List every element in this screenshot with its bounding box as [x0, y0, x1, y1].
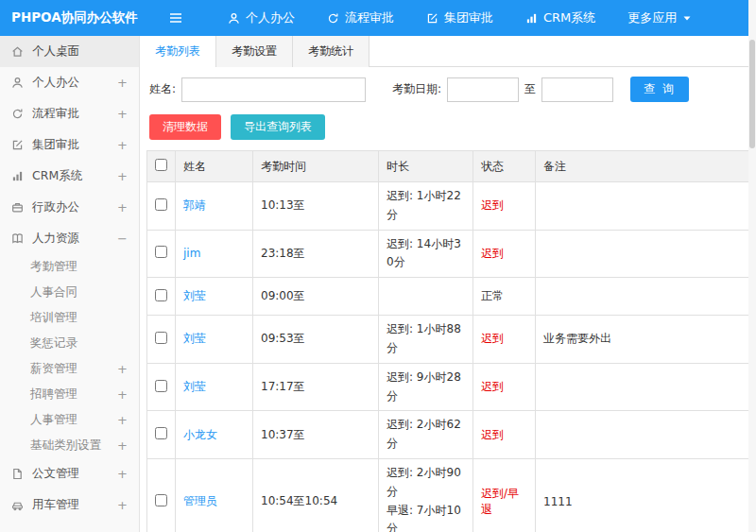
doc-icon: [11, 468, 24, 480]
search-button[interactable]: 查 询: [630, 77, 689, 102]
sidebar-item-label: 用车管理: [32, 497, 79, 513]
status-cell: 正常: [473, 278, 536, 316]
note-cell: [536, 363, 756, 411]
topbar-nav-item-1[interactable]: 流程审批: [311, 0, 410, 36]
topbar-nav-item-2[interactable]: 集团审批: [410, 0, 509, 36]
row-checkbox[interactable]: [155, 198, 167, 211]
sidebar-item-2[interactable]: 流程审批+: [0, 98, 139, 129]
status-cell: 迟到: [473, 363, 536, 411]
duration-cell: 迟到: 1小时88分: [379, 316, 473, 364]
date-from-input[interactable]: [447, 77, 519, 102]
employee-name-link[interactable]: jim: [183, 247, 200, 260]
table-row-6: 管理员10:54至10:54迟到: 2小时90分早退: 7小时10分迟到/早退1…: [147, 458, 756, 532]
employee-name-link[interactable]: 小龙女: [183, 428, 217, 441]
sidebar-item-7[interactable]: 考勤管理: [0, 254, 139, 280]
layout: 个人桌面个人办公+流程审批+集团审批+CRM系统+行政办公+人力资源−考勤管理人…: [0, 36, 756, 532]
employee-name-link[interactable]: 管理员: [183, 494, 217, 507]
expand-icon[interactable]: +: [117, 467, 128, 481]
edit-icon: [426, 12, 438, 25]
row-checkbox-cell: [147, 278, 176, 316]
note-cell: 业务需要外出: [536, 316, 756, 364]
expand-icon[interactable]: +: [117, 169, 128, 183]
expand-icon[interactable]: +: [117, 498, 128, 512]
name-cell: 刘莹: [176, 363, 253, 411]
collapse-icon[interactable]: −: [117, 232, 128, 246]
sidebar-item-10[interactable]: 奖惩记录: [0, 331, 139, 356]
column-header-2: 时长: [379, 151, 473, 182]
expand-icon[interactable]: +: [117, 107, 128, 121]
topbar-nav-item-4[interactable]: 更多应用: [611, 0, 708, 36]
sidebar-item-0[interactable]: 个人桌面: [0, 36, 139, 67]
sidebar-item-label: 人事合同: [30, 284, 77, 300]
menu-toggle-button[interactable]: [140, 0, 212, 36]
sidebar-item-12[interactable]: 招聘管理+: [0, 382, 139, 407]
sidebar-item-label: 培训管理: [30, 310, 77, 326]
row-checkbox[interactable]: [155, 427, 167, 439]
user-icon: [228, 12, 240, 25]
employee-name-link[interactable]: 郭靖: [183, 198, 206, 212]
table-row-5: 小龙女10:37至迟到: 2小时62分迟到: [147, 411, 756, 459]
expand-icon[interactable]: +: [117, 362, 128, 376]
topbar: PHPOA协同办公软件 个人办公流程审批集团审批CRM系统更多应用: [0, 0, 756, 36]
duration-cell: 迟到: 2小时90分早退: 7小时10分: [379, 458, 473, 532]
attendance-table: 姓名考勤时间时长状态备注 郭靖10:13至迟到: 1小时22分迟到jim23:1…: [146, 150, 756, 532]
employee-name-link[interactable]: 刘莹: [183, 332, 206, 345]
name-cell: 管理员: [176, 458, 253, 532]
duration-cell: 迟到: 9小时28分: [379, 363, 473, 411]
hamburger-icon: [168, 11, 183, 25]
employee-name-link[interactable]: 刘莹: [183, 380, 206, 393]
row-checkbox-cell: [147, 458, 176, 532]
row-checkbox[interactable]: [155, 494, 167, 506]
sidebar-item-1[interactable]: 个人办公+: [0, 67, 139, 98]
expand-icon[interactable]: +: [117, 76, 128, 90]
sidebar-item-6[interactable]: 人力资源−: [0, 223, 139, 254]
book-icon: [11, 232, 24, 245]
row-checkbox[interactable]: [155, 332, 167, 344]
tab-0[interactable]: 考勤列表: [140, 36, 216, 67]
status-cell: 迟到: [473, 182, 536, 231]
time-cell: 17:17至: [253, 363, 379, 411]
employee-name-link[interactable]: 刘莹: [183, 289, 206, 302]
row-checkbox[interactable]: [155, 289, 167, 301]
status-cell: 迟到: [473, 411, 536, 459]
export-list-button[interactable]: 导出查询列表: [231, 114, 325, 140]
expand-icon[interactable]: +: [117, 438, 128, 453]
sidebar-item-5[interactable]: 行政办公+: [0, 192, 139, 223]
car-icon: [11, 499, 24, 511]
expand-icon[interactable]: +: [117, 387, 128, 402]
select-all-checkbox[interactable]: [155, 159, 167, 171]
tab-1[interactable]: 考勤设置: [216, 36, 293, 67]
name-filter-input[interactable]: [181, 77, 366, 102]
scrollbar-thumb[interactable]: [749, 40, 755, 148]
name-cell: 刘莹: [176, 316, 253, 364]
expand-icon[interactable]: +: [117, 413, 128, 427]
sidebar-item-11[interactable]: 薪资管理+: [0, 356, 139, 382]
row-checkbox[interactable]: [155, 246, 167, 258]
row-checkbox-cell: [147, 411, 176, 459]
topbar-nav-item-0[interactable]: 个人办公: [212, 0, 311, 36]
page-scrollbar[interactable]: [748, 0, 756, 532]
table-row-4: 刘莹17:17至迟到: 9小时28分迟到: [147, 363, 756, 411]
sidebar-item-13[interactable]: 人事管理+: [0, 407, 139, 433]
sidebar-item-label: 个人办公: [32, 75, 79, 91]
sidebar-item-16[interactable]: 用车管理+: [0, 489, 139, 521]
date-to-input[interactable]: [541, 77, 613, 102]
expand-icon[interactable]: +: [117, 200, 128, 215]
row-checkbox[interactable]: [155, 380, 167, 392]
clear-data-button[interactable]: 清理数据: [149, 114, 221, 140]
sidebar-item-4[interactable]: CRM系统+: [0, 161, 139, 192]
attendance-table-wrap: 姓名考勤时间时长状态备注 郭靖10:13至迟到: 1小时22分迟到jim23:1…: [140, 150, 756, 532]
sidebar-item-14[interactable]: 基础类别设置+: [0, 433, 139, 458]
sidebar-item-15[interactable]: 公文管理+: [0, 458, 139, 489]
note-cell: [536, 411, 756, 459]
user-icon: [11, 77, 24, 89]
tab-2[interactable]: 考勤统计: [293, 36, 369, 67]
column-header-3: 状态: [473, 151, 536, 182]
sidebar-item-8[interactable]: 人事合同: [0, 280, 139, 305]
row-checkbox-cell: [147, 182, 176, 231]
chart-icon: [525, 12, 538, 25]
topbar-nav-item-3[interactable]: CRM系统: [509, 0, 611, 36]
expand-icon[interactable]: +: [117, 138, 128, 152]
sidebar-item-3[interactable]: 集团审批+: [0, 129, 139, 161]
sidebar-item-9[interactable]: 培训管理: [0, 305, 139, 331]
